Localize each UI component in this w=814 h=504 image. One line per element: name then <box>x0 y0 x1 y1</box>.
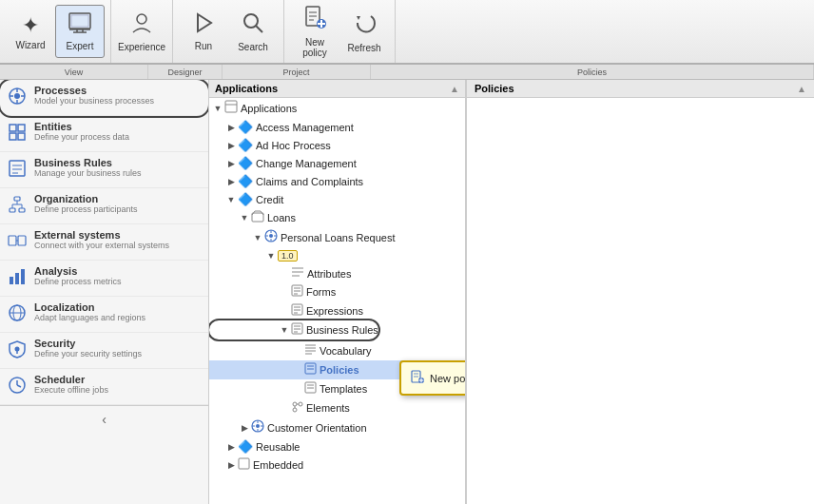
view-label: View <box>0 65 148 79</box>
security-icon <box>8 339 27 363</box>
run-button[interactable]: Run <box>179 5 228 58</box>
svg-rect-43 <box>15 273 19 284</box>
applications-icon <box>224 100 238 116</box>
embedded-label: Embedded <box>253 459 303 471</box>
sidebar: Processes Model your business processes … <box>0 80 209 504</box>
expand-icon-reusable: ▶ <box>224 440 238 454</box>
svg-rect-104 <box>239 458 249 469</box>
refresh-button[interactable]: Refresh <box>339 5 389 58</box>
ad-hoc-label: Ad Hoc Process <box>256 140 331 151</box>
new-policy-label: New policy <box>295 37 335 58</box>
sidebar-item-organization[interactable]: Organization Define process participants <box>0 188 208 224</box>
loans-label: Loans <box>267 212 296 223</box>
new-policy-button[interactable]: New policy <box>290 5 339 58</box>
sidebar-collapse-button[interactable]: ‹ <box>0 405 208 433</box>
expand-icon-policies <box>291 363 304 377</box>
sidebar-item-external-systems[interactable]: External systems Connect with your exter… <box>0 224 208 261</box>
personal-loans-label: Personal Loans Request <box>281 232 395 243</box>
tree-node-credit[interactable]: ▼ 🔷 Credit <box>209 190 465 208</box>
business-rules-desc: Manage your business rules <box>34 168 142 178</box>
sidebar-item-business-rules[interactable]: Business Rules Manage your business rule… <box>0 152 208 188</box>
expressions-icon <box>291 303 303 319</box>
svg-rect-33 <box>10 208 15 212</box>
wizard-label: Wizard <box>15 40 45 50</box>
tree-node-expressions[interactable]: Expressions <box>209 301 465 320</box>
customer-orientation-icon <box>251 419 264 436</box>
tree-node-business-rules[interactable]: ▼ Business Rules <box>209 320 378 339</box>
policies-context-container: Policies New policy Ctrl+N <box>209 360 465 379</box>
main-area: Processes Model your business processes … <box>0 80 814 504</box>
expand-icon-attributes <box>278 267 291 281</box>
sidebar-item-analysis[interactable]: Analysis Define process metrics <box>0 261 208 297</box>
sidebar-item-entities[interactable]: Entities Define your process data <box>0 116 208 152</box>
expand-icon-credit: ▼ <box>224 193 238 206</box>
experience-button[interactable]: Experience <box>117 5 166 58</box>
sidebar-item-processes[interactable]: Processes Model your business processes <box>0 80 208 116</box>
tree-node-personal-loans[interactable]: ▼ Personal Loans Request <box>209 227 465 247</box>
tree-header-label: Applications <box>215 83 278 94</box>
tree-node-attributes[interactable]: Attributes <box>209 264 465 282</box>
vocabulary-icon <box>304 343 317 359</box>
access-management-label: Access Management <box>256 122 354 133</box>
svg-rect-25 <box>18 125 25 131</box>
tree-node-elements[interactable]: Elements <box>209 398 465 417</box>
tree-node-customer-orientation[interactable]: ▶ Customer Orientation <box>209 417 465 437</box>
run-icon <box>193 12 214 39</box>
svg-rect-53 <box>225 101 237 112</box>
claims-label: Claims and Complaints <box>256 176 363 187</box>
tree-node-version[interactable]: ▼ 1.0 <box>209 247 465 264</box>
toolbar-group-designer: Experience <box>111 0 173 63</box>
tree-node-access-management[interactable]: ▶ 🔷 Access Management <box>209 118 465 136</box>
svg-point-48 <box>15 347 20 352</box>
expand-icon-version: ▼ <box>264 249 278 262</box>
tree-node-change-management[interactable]: ▶ 🔷 Change Management <box>209 154 465 172</box>
search-button[interactable]: Search <box>228 5 278 58</box>
business-rules-icon <box>8 159 27 183</box>
forms-icon <box>291 284 303 300</box>
processes-desc: Model your business processes <box>34 96 154 106</box>
svg-point-93 <box>293 402 297 406</box>
change-management-label: Change Management <box>256 158 357 169</box>
svg-rect-39 <box>9 236 16 245</box>
reusable-icon: 🔷 <box>238 439 253 454</box>
tree-node-vocabulary[interactable]: Vocabulary <box>209 341 465 360</box>
refresh-label: Refresh <box>347 43 380 53</box>
expand-icon-ad-hoc: ▶ <box>224 139 238 152</box>
sidebar-item-scheduler[interactable]: Scheduler Execute offline jobs <box>0 369 208 405</box>
tree-node-reusable[interactable]: ▶ 🔷 Reusable <box>209 437 465 456</box>
external-systems-title: External systems <box>34 229 169 241</box>
search-label: Search <box>238 42 268 52</box>
wizard-button[interactable]: ✦ Wizard <box>6 5 55 58</box>
svg-point-99 <box>256 424 260 428</box>
tree-node-loans[interactable]: ▼ Loans <box>209 208 465 227</box>
entities-desc: Define your process data <box>34 132 129 142</box>
claims-icon: 🔷 <box>238 174 253 188</box>
tree-node-embedded[interactable]: ▶ Embedded <box>209 456 465 475</box>
tree-node-forms[interactable]: Forms <box>209 282 465 301</box>
analysis-icon <box>8 267 27 291</box>
cm-new-policy-icon <box>411 370 424 386</box>
toolbar-group-policies: New policy Refresh <box>284 0 396 63</box>
expand-icon-personal-loans: ▼ <box>251 231 264 244</box>
organization-desc: Define process participants <box>34 204 138 214</box>
tree-node-claims[interactable]: ▶ 🔷 Claims and Complaints <box>209 172 465 190</box>
svg-rect-1 <box>71 15 88 27</box>
elements-label: Elements <box>306 402 350 414</box>
tree-node-applications[interactable]: ▼ Applications <box>209 98 465 118</box>
business-rules-title: Business Rules <box>34 157 142 168</box>
right-panel-header: Policies ▲ <box>467 80 814 98</box>
processes-title: Processes <box>34 85 154 96</box>
expert-button[interactable]: Expert <box>55 5 105 58</box>
sidebar-item-security[interactable]: Security Define your security settings <box>0 333 208 369</box>
tree-node-ad-hoc-process[interactable]: ▶ 🔷 Ad Hoc Process <box>209 136 465 154</box>
tree-panel: Applications ▲ ▼ Applications ▶ 🔷 Access… <box>209 80 466 504</box>
localization-desc: Adapt languages and regions <box>34 313 145 322</box>
search-icon <box>242 11 264 40</box>
context-menu-new-policy[interactable]: New policy Ctrl+N <box>401 366 466 390</box>
sidebar-item-localization[interactable]: Localization Adapt languages and regions <box>0 297 208 333</box>
external-systems-desc: Connect with your external systems <box>34 241 169 250</box>
svg-marker-7 <box>198 14 211 31</box>
attributes-label: Attributes <box>307 268 351 280</box>
entities-icon <box>8 123 27 146</box>
expand-icon-applications: ▼ <box>211 102 224 115</box>
